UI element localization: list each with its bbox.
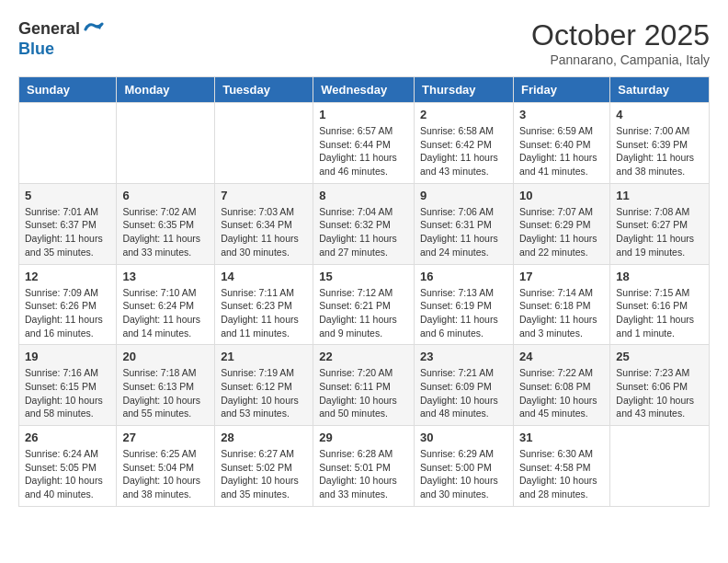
- day-info: Sunrise: 6:29 AMSunset: 5:00 PMDaylight:…: [420, 447, 507, 501]
- day-info: Sunrise: 7:14 AMSunset: 6:18 PMDaylight:…: [519, 286, 604, 340]
- day-info: Sunrise: 7:18 AMSunset: 6:13 PMDaylight:…: [122, 366, 209, 420]
- day-number: 13: [122, 270, 209, 283]
- calendar-cell: 11Sunrise: 7:08 AMSunset: 6:27 PMDayligh…: [610, 183, 710, 264]
- day-number: 24: [519, 350, 604, 363]
- day-info: Sunrise: 7:13 AMSunset: 6:19 PMDaylight:…: [420, 286, 507, 340]
- day-info: Sunrise: 7:15 AMSunset: 6:16 PMDaylight:…: [616, 286, 703, 340]
- day-info: Sunrise: 6:57 AMSunset: 6:44 PMDaylight:…: [319, 124, 408, 178]
- day-info: Sunrise: 7:09 AMSunset: 6:26 PMDaylight:…: [25, 286, 110, 340]
- calendar-cell: [19, 103, 117, 184]
- title-block: October 2025 Pannarano, Campania, Italy: [531, 18, 710, 67]
- calendar-cell: 9Sunrise: 7:06 AMSunset: 6:31 PMDaylight…: [415, 183, 514, 264]
- calendar-header-row: SundayMondayTuesdayWednesdayThursdayFrid…: [19, 77, 710, 103]
- calendar-cell: 23Sunrise: 7:21 AMSunset: 6:09 PMDayligh…: [415, 345, 514, 426]
- calendar-cell: 26Sunrise: 6:24 AMSunset: 5:05 PMDayligh…: [19, 426, 117, 507]
- calendar-cell: [610, 426, 710, 507]
- day-info: Sunrise: 7:23 AMSunset: 6:06 PMDaylight:…: [616, 366, 703, 420]
- calendar-cell: 17Sunrise: 7:14 AMSunset: 6:18 PMDayligh…: [513, 264, 609, 345]
- calendar-cell: 7Sunrise: 7:03 AMSunset: 6:34 PMDaylight…: [215, 183, 313, 264]
- calendar-table: SundayMondayTuesdayWednesdayThursdayFrid…: [18, 76, 710, 507]
- calendar-day-header: Tuesday: [215, 77, 313, 103]
- day-info: Sunrise: 6:59 AMSunset: 6:40 PMDaylight:…: [519, 124, 604, 178]
- calendar-day-header: Thursday: [415, 77, 514, 103]
- calendar-cell: 15Sunrise: 7:12 AMSunset: 6:21 PMDayligh…: [313, 264, 415, 345]
- calendar-cell: 22Sunrise: 7:20 AMSunset: 6:11 PMDayligh…: [313, 345, 415, 426]
- calendar-cell: 18Sunrise: 7:15 AMSunset: 6:16 PMDayligh…: [610, 264, 710, 345]
- day-info: Sunrise: 7:07 AMSunset: 6:29 PMDaylight:…: [519, 205, 604, 259]
- day-number: 16: [420, 270, 507, 283]
- day-number: 10: [519, 189, 604, 202]
- calendar-cell: 5Sunrise: 7:01 AMSunset: 6:37 PMDaylight…: [19, 183, 117, 264]
- day-number: 30: [420, 431, 507, 444]
- day-number: 23: [420, 350, 507, 363]
- day-number: 15: [319, 270, 408, 283]
- calendar-cell: 4Sunrise: 7:00 AMSunset: 6:39 PMDaylight…: [610, 103, 710, 184]
- calendar-cell: 29Sunrise: 6:28 AMSunset: 5:01 PMDayligh…: [313, 426, 415, 507]
- logo-general-text: General: [18, 20, 80, 39]
- day-number: 21: [221, 350, 307, 363]
- calendar-day-header: Wednesday: [313, 77, 415, 103]
- day-info: Sunrise: 6:58 AMSunset: 6:42 PMDaylight:…: [420, 124, 507, 178]
- day-info: Sunrise: 7:01 AMSunset: 6:37 PMDaylight:…: [25, 205, 110, 259]
- calendar-cell: 21Sunrise: 7:19 AMSunset: 6:12 PMDayligh…: [215, 345, 313, 426]
- calendar-cell: 31Sunrise: 6:30 AMSunset: 4:58 PMDayligh…: [513, 426, 609, 507]
- calendar-cell: 27Sunrise: 6:25 AMSunset: 5:04 PMDayligh…: [117, 426, 215, 507]
- calendar-week-row: 5Sunrise: 7:01 AMSunset: 6:37 PMDaylight…: [19, 183, 710, 264]
- calendar-week-row: 12Sunrise: 7:09 AMSunset: 6:26 PMDayligh…: [19, 264, 710, 345]
- calendar-cell: 14Sunrise: 7:11 AMSunset: 6:23 PMDayligh…: [215, 264, 313, 345]
- day-number: 29: [319, 431, 408, 444]
- calendar-cell: 13Sunrise: 7:10 AMSunset: 6:24 PMDayligh…: [117, 264, 215, 345]
- calendar-day-header: Sunday: [19, 77, 117, 103]
- day-number: 17: [519, 270, 604, 283]
- day-info: Sunrise: 7:16 AMSunset: 6:15 PMDaylight:…: [25, 366, 110, 420]
- day-info: Sunrise: 7:22 AMSunset: 6:08 PMDaylight:…: [519, 366, 604, 420]
- day-info: Sunrise: 7:08 AMSunset: 6:27 PMDaylight:…: [616, 205, 703, 259]
- day-info: Sunrise: 7:19 AMSunset: 6:12 PMDaylight:…: [221, 366, 307, 420]
- calendar-cell: 8Sunrise: 7:04 AMSunset: 6:32 PMDaylight…: [313, 183, 415, 264]
- calendar-cell: 1Sunrise: 6:57 AMSunset: 6:44 PMDaylight…: [313, 103, 415, 184]
- calendar-cell: 25Sunrise: 7:23 AMSunset: 6:06 PMDayligh…: [610, 345, 710, 426]
- day-number: 27: [122, 431, 209, 444]
- calendar-day-header: Monday: [117, 77, 215, 103]
- day-number: 26: [25, 431, 110, 444]
- day-info: Sunrise: 7:21 AMSunset: 6:09 PMDaylight:…: [420, 366, 507, 420]
- day-number: 25: [616, 350, 703, 363]
- calendar-cell: [215, 103, 313, 184]
- day-number: 28: [221, 431, 307, 444]
- day-number: 5: [25, 189, 110, 202]
- logo: General Blue: [18, 18, 104, 59]
- calendar-cell: 16Sunrise: 7:13 AMSunset: 6:19 PMDayligh…: [415, 264, 514, 345]
- calendar-cell: 6Sunrise: 7:02 AMSunset: 6:35 PMDaylight…: [117, 183, 215, 264]
- day-info: Sunrise: 7:04 AMSunset: 6:32 PMDaylight:…: [319, 205, 408, 259]
- month-title: October 2025: [531, 18, 710, 52]
- day-info: Sunrise: 7:06 AMSunset: 6:31 PMDaylight:…: [420, 205, 507, 259]
- calendar-cell: 10Sunrise: 7:07 AMSunset: 6:29 PMDayligh…: [513, 183, 609, 264]
- calendar-cell: 2Sunrise: 6:58 AMSunset: 6:42 PMDaylight…: [415, 103, 514, 184]
- day-info: Sunrise: 7:12 AMSunset: 6:21 PMDaylight:…: [319, 286, 408, 340]
- calendar-day-header: Saturday: [610, 77, 710, 103]
- calendar-cell: [117, 103, 215, 184]
- day-number: 22: [319, 350, 408, 363]
- day-info: Sunrise: 6:28 AMSunset: 5:01 PMDaylight:…: [319, 447, 408, 501]
- day-info: Sunrise: 6:24 AMSunset: 5:05 PMDaylight:…: [25, 447, 110, 501]
- logo-icon: [82, 18, 104, 40]
- calendar-cell: 19Sunrise: 7:16 AMSunset: 6:15 PMDayligh…: [19, 345, 117, 426]
- day-number: 18: [616, 270, 703, 283]
- calendar-week-row: 19Sunrise: 7:16 AMSunset: 6:15 PMDayligh…: [19, 345, 710, 426]
- day-info: Sunrise: 7:10 AMSunset: 6:24 PMDaylight:…: [122, 286, 209, 340]
- day-number: 11: [616, 189, 703, 202]
- day-number: 7: [221, 189, 307, 202]
- calendar-cell: 30Sunrise: 6:29 AMSunset: 5:00 PMDayligh…: [415, 426, 514, 507]
- day-number: 3: [519, 108, 604, 121]
- calendar-week-row: 1Sunrise: 6:57 AMSunset: 6:44 PMDaylight…: [19, 103, 710, 184]
- calendar-cell: 12Sunrise: 7:09 AMSunset: 6:26 PMDayligh…: [19, 264, 117, 345]
- day-info: Sunrise: 6:30 AMSunset: 4:58 PMDaylight:…: [519, 447, 604, 501]
- day-number: 1: [319, 108, 408, 121]
- calendar-cell: 20Sunrise: 7:18 AMSunset: 6:13 PMDayligh…: [117, 345, 215, 426]
- day-number: 6: [122, 189, 209, 202]
- page-header: General Blue October 2025 Pannarano, Cam…: [18, 18, 710, 67]
- day-info: Sunrise: 7:20 AMSunset: 6:11 PMDaylight:…: [319, 366, 408, 420]
- day-number: 31: [519, 431, 604, 444]
- logo-blue-text: Blue: [18, 40, 104, 59]
- day-number: 8: [319, 189, 408, 202]
